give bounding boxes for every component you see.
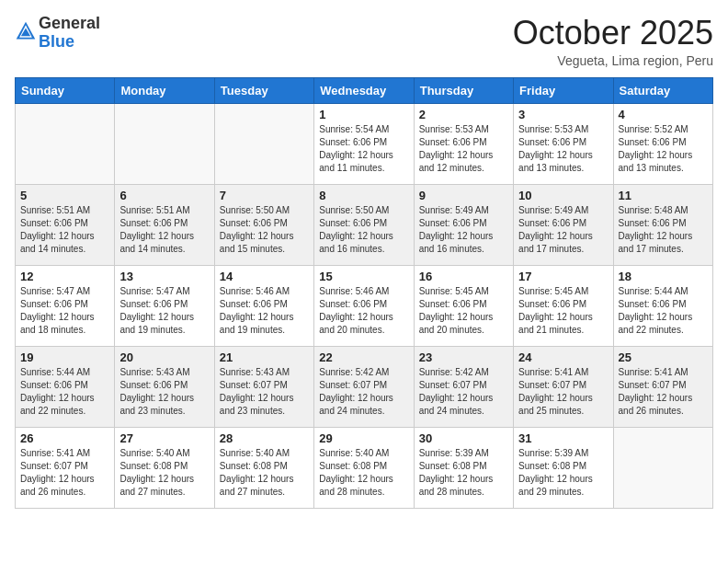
calendar-cell: 23Sunrise: 5:42 AM Sunset: 6:07 PM Dayli…	[414, 346, 513, 427]
calendar-cell: 19Sunrise: 5:44 AM Sunset: 6:06 PM Dayli…	[16, 346, 115, 427]
calendar-week-4: 19Sunrise: 5:44 AM Sunset: 6:06 PM Dayli…	[16, 346, 713, 427]
calendar-cell	[16, 103, 115, 184]
calendar-cell: 28Sunrise: 5:40 AM Sunset: 6:08 PM Dayli…	[214, 427, 313, 508]
day-detail: Sunrise: 5:42 AM Sunset: 6:07 PM Dayligh…	[319, 366, 408, 418]
calendar-cell: 20Sunrise: 5:43 AM Sunset: 6:06 PM Dayli…	[115, 346, 214, 427]
day-detail: Sunrise: 5:47 AM Sunset: 6:06 PM Dayligh…	[119, 285, 209, 337]
calendar-cell: 9Sunrise: 5:49 AM Sunset: 6:06 PM Daylig…	[414, 184, 513, 265]
day-number: 20	[119, 350, 209, 364]
header-friday: Friday	[514, 77, 613, 103]
calendar-header-row: SundayMondayTuesdayWednesdayThursdayFrid…	[16, 77, 713, 103]
day-detail: Sunrise: 5:52 AM Sunset: 6:06 PM Dayligh…	[619, 123, 708, 175]
day-detail: Sunrise: 5:49 AM Sunset: 6:06 PM Dayligh…	[518, 204, 608, 256]
calendar-week-1: 1Sunrise: 5:54 AM Sunset: 6:06 PM Daylig…	[16, 103, 713, 184]
calendar-week-2: 5Sunrise: 5:51 AM Sunset: 6:06 PM Daylig…	[16, 184, 713, 265]
header-sunday: Sunday	[16, 77, 115, 103]
calendar-cell: 5Sunrise: 5:51 AM Sunset: 6:06 PM Daylig…	[16, 184, 115, 265]
day-detail: Sunrise: 5:48 AM Sunset: 6:06 PM Dayligh…	[619, 204, 708, 256]
location: Vegueta, Lima region, Peru	[513, 53, 713, 68]
header-wednesday: Wednesday	[314, 77, 414, 103]
day-detail: Sunrise: 5:40 AM Sunset: 6:08 PM Dayligh…	[220, 447, 309, 499]
day-number: 31	[518, 431, 608, 445]
calendar-cell: 16Sunrise: 5:45 AM Sunset: 6:06 PM Dayli…	[414, 265, 513, 346]
day-detail: Sunrise: 5:41 AM Sunset: 6:07 PM Dayligh…	[619, 366, 708, 418]
day-number: 7	[220, 189, 309, 202]
day-detail: Sunrise: 5:45 AM Sunset: 6:06 PM Dayligh…	[518, 285, 608, 337]
calendar: SundayMondayTuesdayWednesdayThursdayFrid…	[15, 77, 713, 509]
calendar-cell	[613, 427, 712, 508]
calendar-cell: 25Sunrise: 5:41 AM Sunset: 6:07 PM Dayli…	[613, 346, 712, 427]
calendar-cell: 1Sunrise: 5:54 AM Sunset: 6:06 PM Daylig…	[314, 103, 414, 184]
day-detail: Sunrise: 5:43 AM Sunset: 6:07 PM Dayligh…	[220, 366, 309, 418]
calendar-cell: 18Sunrise: 5:44 AM Sunset: 6:06 PM Dayli…	[613, 265, 712, 346]
calendar-cell: 2Sunrise: 5:53 AM Sunset: 6:06 PM Daylig…	[414, 103, 513, 184]
calendar-cell: 21Sunrise: 5:43 AM Sunset: 6:07 PM Dayli…	[214, 346, 313, 427]
calendar-week-5: 26Sunrise: 5:41 AM Sunset: 6:07 PM Dayli…	[16, 427, 713, 508]
day-number: 12	[20, 270, 109, 283]
header-monday: Monday	[115, 77, 214, 103]
month-title: October 2025	[513, 15, 713, 52]
day-detail: Sunrise: 5:53 AM Sunset: 6:06 PM Dayligh…	[518, 123, 608, 175]
logo-icon	[15, 20, 37, 42]
day-detail: Sunrise: 5:42 AM Sunset: 6:07 PM Dayligh…	[419, 366, 508, 418]
day-number: 28	[220, 431, 309, 445]
calendar-cell: 24Sunrise: 5:41 AM Sunset: 6:07 PM Dayli…	[514, 346, 613, 427]
day-number: 23	[419, 350, 508, 364]
calendar-cell: 4Sunrise: 5:52 AM Sunset: 6:06 PM Daylig…	[613, 103, 712, 184]
calendar-cell: 26Sunrise: 5:41 AM Sunset: 6:07 PM Dayli…	[16, 427, 115, 508]
day-detail: Sunrise: 5:54 AM Sunset: 6:06 PM Dayligh…	[319, 123, 408, 175]
day-number: 8	[319, 189, 408, 202]
day-detail: Sunrise: 5:41 AM Sunset: 6:07 PM Dayligh…	[518, 366, 608, 418]
day-number: 1	[319, 108, 408, 121]
calendar-cell: 22Sunrise: 5:42 AM Sunset: 6:07 PM Dayli…	[314, 346, 414, 427]
day-number: 4	[619, 108, 708, 121]
calendar-cell: 29Sunrise: 5:40 AM Sunset: 6:08 PM Dayli…	[314, 427, 414, 508]
calendar-cell: 30Sunrise: 5:39 AM Sunset: 6:08 PM Dayli…	[414, 427, 513, 508]
calendar-cell: 27Sunrise: 5:40 AM Sunset: 6:08 PM Dayli…	[115, 427, 214, 508]
calendar-week-3: 12Sunrise: 5:47 AM Sunset: 6:06 PM Dayli…	[16, 265, 713, 346]
day-number: 25	[619, 350, 708, 364]
day-number: 27	[119, 431, 209, 445]
logo-general-text: General	[39, 14, 100, 32]
day-detail: Sunrise: 5:41 AM Sunset: 6:07 PM Dayligh…	[20, 447, 109, 499]
calendar-cell: 17Sunrise: 5:45 AM Sunset: 6:06 PM Dayli…	[514, 265, 613, 346]
day-detail: Sunrise: 5:50 AM Sunset: 6:06 PM Dayligh…	[220, 204, 309, 256]
day-detail: Sunrise: 5:44 AM Sunset: 6:06 PM Dayligh…	[619, 285, 708, 337]
day-detail: Sunrise: 5:47 AM Sunset: 6:06 PM Dayligh…	[20, 285, 109, 337]
day-detail: Sunrise: 5:45 AM Sunset: 6:06 PM Dayligh…	[419, 285, 508, 337]
day-detail: Sunrise: 5:51 AM Sunset: 6:06 PM Dayligh…	[20, 204, 109, 256]
day-number: 24	[518, 350, 608, 364]
calendar-cell: 31Sunrise: 5:39 AM Sunset: 6:08 PM Dayli…	[514, 427, 613, 508]
day-detail: Sunrise: 5:39 AM Sunset: 6:08 PM Dayligh…	[419, 447, 508, 499]
calendar-cell: 11Sunrise: 5:48 AM Sunset: 6:06 PM Dayli…	[613, 184, 712, 265]
day-number: 15	[319, 270, 408, 283]
calendar-cell: 15Sunrise: 5:46 AM Sunset: 6:06 PM Dayli…	[314, 265, 414, 346]
day-detail: Sunrise: 5:49 AM Sunset: 6:06 PM Dayligh…	[419, 204, 508, 256]
logo-blue-text: Blue	[39, 32, 74, 51]
calendar-cell	[115, 103, 214, 184]
day-detail: Sunrise: 5:46 AM Sunset: 6:06 PM Dayligh…	[220, 285, 309, 337]
day-number: 22	[319, 350, 408, 364]
day-number: 16	[419, 270, 508, 283]
day-detail: Sunrise: 5:44 AM Sunset: 6:06 PM Dayligh…	[20, 366, 109, 418]
day-number: 11	[619, 189, 708, 202]
day-number: 2	[419, 108, 508, 121]
day-number: 6	[119, 189, 209, 202]
day-number: 26	[20, 431, 109, 445]
day-number: 5	[20, 189, 109, 202]
day-detail: Sunrise: 5:43 AM Sunset: 6:06 PM Dayligh…	[119, 366, 209, 418]
day-detail: Sunrise: 5:50 AM Sunset: 6:06 PM Dayligh…	[319, 204, 408, 256]
calendar-cell: 8Sunrise: 5:50 AM Sunset: 6:06 PM Daylig…	[314, 184, 414, 265]
day-number: 10	[518, 189, 608, 202]
day-number: 17	[518, 270, 608, 283]
calendar-cell: 3Sunrise: 5:53 AM Sunset: 6:06 PM Daylig…	[514, 103, 613, 184]
day-number: 30	[419, 431, 508, 445]
day-number: 18	[619, 270, 708, 283]
day-number: 9	[419, 189, 508, 202]
day-number: 21	[220, 350, 309, 364]
calendar-cell: 6Sunrise: 5:51 AM Sunset: 6:06 PM Daylig…	[115, 184, 214, 265]
day-detail: Sunrise: 5:53 AM Sunset: 6:06 PM Dayligh…	[419, 123, 508, 175]
header-tuesday: Tuesday	[214, 77, 313, 103]
day-number: 3	[518, 108, 608, 121]
day-number: 19	[20, 350, 109, 364]
